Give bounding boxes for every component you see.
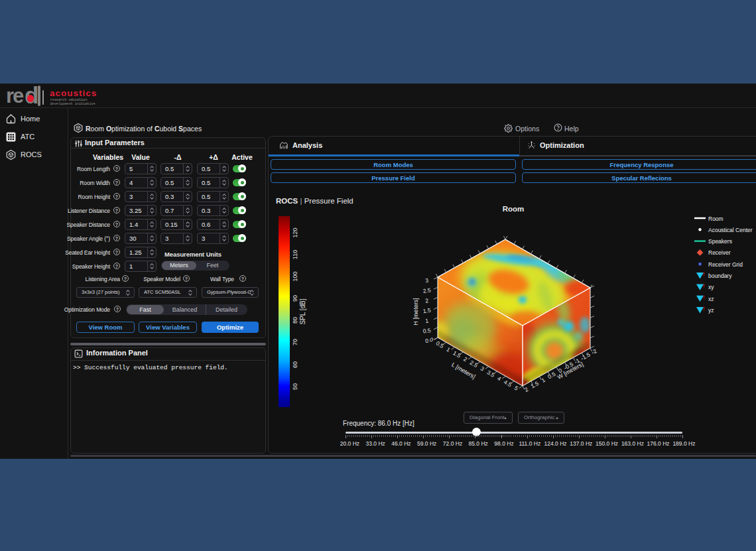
svg-text:1: 1 [540,377,546,384]
svg-text:3: 3 [479,365,485,373]
svg-text:2.5: 2.5 [422,286,431,294]
svg-text:yz: yz [708,307,714,314]
svg-text:3.5: 3.5 [485,369,495,379]
svg-text:Receiver Grid: Receiver Grid [708,261,743,268]
svg-text:0.5: 0.5 [435,339,445,349]
svg-text:2: 2 [425,297,429,304]
svg-text:3: 3 [425,277,429,284]
svg-text:Receiver: Receiver [708,249,731,256]
svg-text:0: 0 [428,336,434,343]
svg-text:Room: Room [708,215,724,222]
svg-text:Acoustical Center: Acoustical Center [708,227,753,233]
svg-text:4.5: 4.5 [503,379,513,389]
svg-text:Speakers: Speakers [708,238,732,245]
svg-text:xy: xy [708,284,714,290]
svg-text:boundary: boundary [708,273,732,279]
svg-text:1.5: 1.5 [422,307,431,315]
svg-text:1.5: 1.5 [452,349,462,359]
svg-text:-2: -2 [590,347,598,356]
svg-text:1: 1 [425,317,429,324]
svg-text:xz: xz [708,296,714,302]
svg-text:H [meters]: H [meters] [412,298,419,326]
svg-text:2: 2 [523,386,529,393]
svg-text:2: 2 [462,355,468,363]
svg-text:1: 1 [446,345,452,353]
svg-text:4: 4 [496,375,502,382]
svg-text:5: 5 [513,385,519,392]
svg-text:0.5: 0.5 [422,327,431,335]
svg-text:2.5: 2.5 [469,359,479,369]
